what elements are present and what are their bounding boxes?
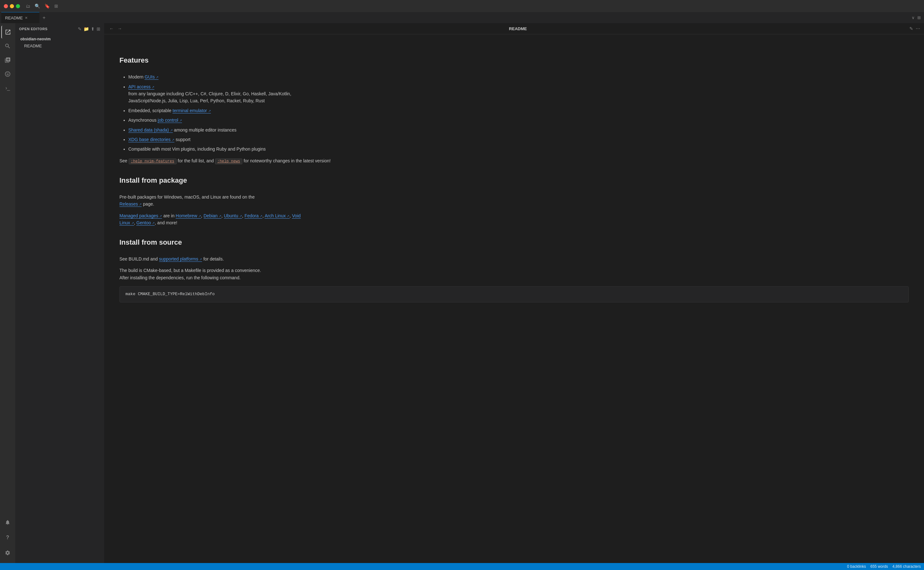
tabs-right-actions: ∨ ⊞ [912,15,924,20]
content-header: ← → README ✎ ⋯ [104,23,924,34]
content-header-actions: ✎ ⋯ [909,26,920,31]
status-bar-right: 0 backlinks 655 words 4,866 characters [847,564,921,569]
readme-content[interactable]: Features Modern GUIs API access from any… [104,34,924,563]
sidebar-header-actions: ✎ 📁 ⬆ ⊞ [78,26,100,31]
list-item: Embedded, scriptable terminal emulator [129,107,909,114]
sidebar-section: obsidian-neovim README [15,34,104,51]
features-heading: Features [119,55,909,68]
code-block: make CMAKE_BUILD_TYPE=RelWithDebInfo [119,286,909,302]
xdg-link[interactable]: XDG base directories [129,137,174,142]
terminal-emulator-link[interactable]: terminal emulator [173,108,211,113]
activity-settings[interactable] [1,547,14,559]
sidebar-title: OPEN EDITORS [19,27,47,31]
title-bar-icons: 🗂 🔍 🔖 ⊞ [26,3,58,9]
title-bar: 🗂 🔍 🔖 ⊞ [0,0,924,12]
word-count[interactable]: 655 words [870,564,888,569]
install-source-heading: Install from source [119,237,909,250]
activity-terminal[interactable]: ›_ [1,82,14,94]
bookmark-icon[interactable]: 🔖 [44,3,50,9]
activity-search[interactable] [1,40,14,52]
back-button[interactable]: ← [108,25,115,32]
content-area: ← → README ✎ ⋯ Features Modern GUIs API … [104,23,924,563]
status-bar: 0 backlinks 655 words 4,866 characters [0,563,924,570]
file-explorer-icon[interactable]: 🗂 [26,3,30,9]
search-icon[interactable]: 🔍 [35,3,40,9]
list-item: Compatible with most Vim plugins, includ… [129,146,909,153]
char-count[interactable]: 4,866 characters [893,564,921,569]
list-item: API access from any language including C… [129,83,909,104]
code-content: make CMAKE_BUILD_TYPE=RelWithDebInfo [125,292,215,296]
layout-icon[interactable]: ⊞ [54,3,58,9]
new-file-icon[interactable]: ✎ [78,26,82,31]
activity-bar: ›_ ? [0,23,15,563]
list-item: Shared data (shada) among multiple edito… [129,126,909,133]
job-control-link[interactable]: job control [158,118,182,123]
install-source-paragraph2: The build is CMake-based, but a Makefile… [119,267,909,281]
features-list: Modern GUIs API access from any language… [129,74,909,153]
list-item: Modern GUIs [129,74,909,80]
api-access-link[interactable]: API access [129,84,155,90]
edit-icon[interactable]: ✎ [909,26,913,31]
backlinks-count[interactable]: 0 backlinks [847,564,866,569]
activity-explorer[interactable] [1,26,14,38]
see-paragraph: See :help nvim-features for the full lis… [119,157,909,165]
tabs-bar: README ✕ + ∨ ⊞ [0,12,924,23]
collapse-icon[interactable]: ⬆ [91,26,95,31]
tabs-dropdown-icon[interactable]: ∨ [912,15,915,20]
tab-label: README [5,15,23,20]
list-item: Asynchronous job control [129,116,909,124]
traffic-lights [4,4,20,8]
sidebar-repo-label[interactable]: obsidian-neovim [15,35,104,43]
sidebar-file-readme[interactable]: README [15,43,104,49]
forward-button[interactable]: → [116,25,123,32]
fedora-link[interactable]: Fedora [245,213,262,219]
split-view-icon[interactable]: ⊞ [96,26,100,31]
install-package-paragraph: Pre-built packages for Windows, macOS, a… [119,193,909,208]
activity-bottom: ? [1,516,14,563]
sidebar-header: OPEN EDITORS ✎ 📁 ⬆ ⊞ [15,23,104,34]
install-source-paragraph1: See BUILD.md and supported platforms for… [119,256,909,262]
content-title: README [126,26,909,31]
main-layout: ›_ ? OPEN EDITORS ✎ 📁 ⬆ ⊞ obsidian-neovi… [0,23,924,563]
activity-extensions[interactable] [1,54,14,66]
tab-readme[interactable]: README ✕ [1,12,40,23]
close-button[interactable] [4,4,8,8]
managed-packages-paragraph: Managed packages are in Homebrew, Debian… [119,212,909,227]
help-news-link[interactable]: :help news [215,159,242,164]
activity-notifications[interactable] [1,516,14,529]
new-tab-button[interactable]: + [40,15,49,21]
managed-packages-link[interactable]: Managed packages [119,213,162,219]
minimize-button[interactable] [10,4,14,8]
shared-data-link[interactable]: Shared data (shada) [129,127,173,133]
guis-link[interactable]: GUIs [145,74,159,80]
help-features-link[interactable]: :help nvim-features [129,159,177,164]
ubuntu-link[interactable]: Ubuntu [224,213,242,219]
homebrew-link[interactable]: Homebrew [176,213,201,219]
releases-link[interactable]: Releases [119,201,142,207]
tab-close-button[interactable]: ✕ [25,16,28,20]
maximize-button[interactable] [16,4,20,8]
gentoo-link[interactable]: Gentoo [136,220,155,225]
navigation-arrows: ← → [108,25,123,32]
debian-link[interactable]: Debian [203,213,222,219]
sidebar: OPEN EDITORS ✎ 📁 ⬆ ⊞ obsidian-neovim REA… [15,23,104,563]
activity-git[interactable] [1,68,14,80]
install-package-heading: Install from package [119,175,909,188]
supported-platforms-link[interactable]: supported platforms [159,256,202,262]
split-editor-icon[interactable]: ⊞ [917,15,921,20]
arch-linux-link[interactable]: Arch Linux [265,213,289,219]
new-folder-icon[interactable]: 📁 [84,26,89,31]
more-actions-icon[interactable]: ⋯ [916,26,920,31]
activity-help[interactable]: ? [1,531,14,544]
list-item: XDG base directories support [129,136,909,143]
